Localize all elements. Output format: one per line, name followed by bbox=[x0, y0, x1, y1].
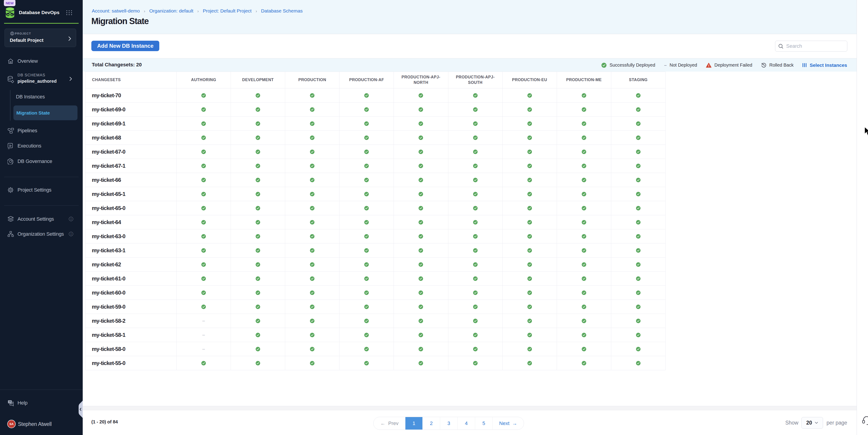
svg-text:?: ? bbox=[9, 400, 11, 403]
